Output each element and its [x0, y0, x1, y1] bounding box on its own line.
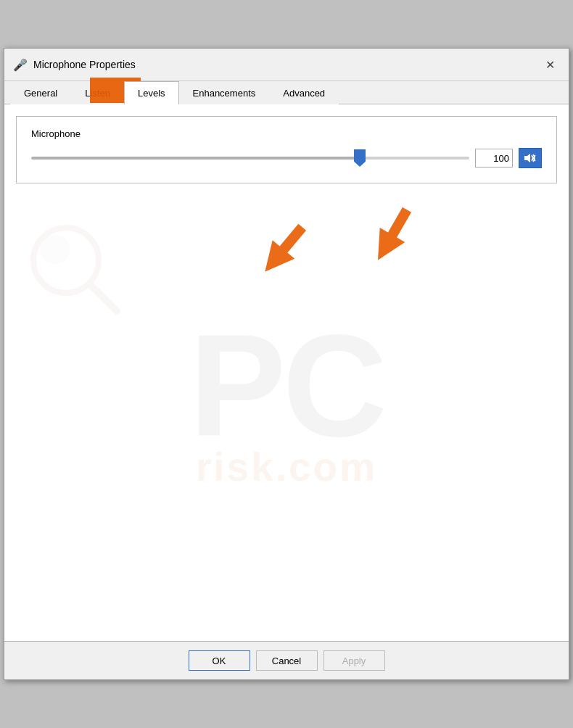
slider-thumb[interactable] [354, 149, 366, 167]
svg-marker-5 [366, 202, 420, 267]
svg-line-8 [91, 286, 117, 311]
value-arrow-indicator [251, 217, 316, 284]
svg-point-6 [33, 228, 99, 293]
tab-bar: General Listen Levels Enhancements Advan… [4, 81, 569, 104]
tab-advanced[interactable]: Advanced [269, 81, 339, 104]
microphone-properties-dialog: 🎤 Microphone Properties ✕ General Listen… [4, 48, 569, 680]
svg-marker-4 [254, 218, 313, 281]
tab-enhancements[interactable]: Enhancements [179, 81, 270, 104]
title-bar: 🎤 Microphone Properties ✕ [4, 49, 569, 81]
section-title: Microphone [31, 128, 542, 139]
slider-track [31, 157, 469, 160]
close-button[interactable]: ✕ [540, 54, 560, 75]
ok-button[interactable]: OK [189, 650, 250, 671]
slider-row [31, 148, 542, 168]
cancel-button[interactable]: Cancel [256, 650, 318, 671]
dialog-title: Microphone Properties [33, 59, 136, 70]
volume-input[interactable] [475, 149, 513, 167]
pc-watermark-text: PC [189, 313, 384, 458]
dialog-footer: OK Cancel Apply [4, 641, 569, 679]
watermark: PC risk.com [4, 162, 569, 641]
mute-button[interactable] [519, 148, 542, 168]
tab-levels[interactable]: Levels [124, 81, 179, 104]
speaker-icon [524, 152, 537, 164]
microphone-section: Microphone [16, 116, 557, 183]
risk-watermark-text: risk.com [196, 444, 377, 490]
tab-general[interactable]: General [10, 81, 71, 104]
svg-marker-1 [524, 154, 530, 162]
magnifier-watermark [26, 220, 120, 315]
content-area: Microphone [4, 104, 569, 641]
volume-slider-container[interactable] [31, 149, 469, 167]
title-bar-left: 🎤 Microphone Properties [13, 58, 136, 72]
tab-listen[interactable]: Listen [71, 81, 124, 104]
apply-button[interactable]: Apply [323, 650, 385, 671]
microphone-icon: 🎤 [13, 58, 28, 72]
speaker-arrow-indicator [360, 202, 425, 270]
svg-point-7 [41, 235, 70, 264]
